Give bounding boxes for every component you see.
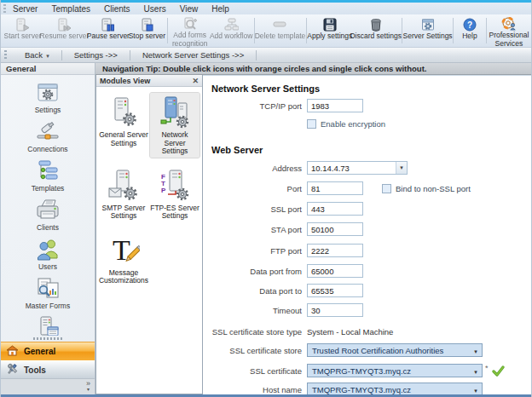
module-label: SMTP Server Settings: [99, 204, 148, 221]
resume-server-label: Resume server: [40, 32, 90, 41]
sidebar-group-label: General: [24, 347, 55, 356]
navigation-tip-text: Navigation Tip: Double click icons with …: [102, 64, 426, 73]
breadcrumb-separator: [256, 50, 257, 60]
enable-encryption-label: Enable encryption: [321, 119, 385, 129]
sidebar-item-templates[interactable]: Templates: [9, 159, 86, 193]
ssl-certificate-store-dropdown-arrow-icon[interactable]: [470, 346, 482, 355]
menu-clients[interactable]: Clients: [104, 4, 130, 14]
sidebar-splitter[interactable]: [1, 336, 95, 342]
apply-settings-icon: [323, 17, 337, 32]
sidebar-item-clients[interactable]: Clients: [9, 198, 86, 232]
svg-text:T: T: [113, 234, 130, 266]
timeout-input[interactable]: 30: [307, 303, 363, 317]
add-workflow-button[interactable]: Add workflow: [211, 15, 252, 46]
data-port-from-label: Data port from: [206, 267, 302, 276]
toolbar-separator: [453, 18, 454, 43]
master-forms-icon: [35, 277, 61, 300]
module-label: Network Server Settings: [150, 131, 200, 156]
sidebar-item-master-forms[interactable]: Master Forms: [9, 277, 86, 310]
menu-view[interactable]: View: [180, 4, 199, 14]
discard-settings-icon: [369, 17, 383, 32]
pause-server-button[interactable]: Pause server: [88, 15, 129, 46]
server-settings-button[interactable]: Server Settings: [404, 15, 451, 46]
data-port-from-input[interactable]: 65000: [307, 264, 363, 278]
menubar-grip[interactable]: [3, 4, 6, 13]
help-button[interactable]: ? Help: [455, 15, 484, 46]
menu-templates[interactable]: Templates: [51, 4, 90, 14]
sidebar-collapse-chevron-icon[interactable]: [86, 381, 90, 393]
ftp-port-input[interactable]: 2222: [307, 244, 363, 257]
breadcrumb-settings[interactable]: Settings ->>: [62, 50, 130, 60]
stop-server-button[interactable]: Stop server: [129, 15, 165, 46]
enable-encryption-checkbox[interactable]: [307, 119, 316, 129]
smtp-server-settings-icon: [107, 168, 140, 202]
add-forms-recognition-button[interactable]: Add forms recognition: [170, 15, 211, 46]
back-label: Back: [25, 50, 43, 60]
tools-icon: [6, 363, 19, 377]
sidebar-item-label: Clients: [37, 223, 59, 232]
toolbar-separator: [167, 18, 168, 43]
module-network-server-settings[interactable]: Network Server Settings: [150, 93, 200, 158]
pause-server-icon: [101, 17, 115, 32]
sidebar-header: General: [1, 63, 95, 75]
sidebar-item-settings[interactable]: Settings: [9, 81, 86, 114]
delete-template-icon: [272, 17, 287, 32]
ssl-certificate-dropdown[interactable]: TMQPRG-TMYQT3.myq.cz: [307, 364, 483, 377]
menu-help[interactable]: Help: [211, 4, 229, 14]
toolbar: Start server Resume server Pause server …: [1, 14, 531, 48]
add-workflow-icon: [223, 17, 239, 32]
menu-users[interactable]: Users: [144, 4, 166, 14]
delete-template-button[interactable]: Delete template: [256, 15, 304, 46]
ssl-certificate-dropdown-arrow-icon[interactable]: [470, 366, 482, 376]
sidebar-group-tools[interactable]: Tools: [1, 360, 95, 379]
add-forms-recognition-icon: [182, 17, 198, 31]
sidebar-item-label: Users: [38, 262, 57, 271]
back-button[interactable]: Back: [13, 50, 61, 60]
tcp-ip-port-input[interactable]: 1983: [307, 99, 363, 112]
sidebar-item-log[interactable]: Log: [9, 316, 86, 336]
data-port-to-input[interactable]: 65535: [307, 284, 363, 297]
users-icon: [36, 238, 60, 261]
sidebar-item-connections[interactable]: Connections: [9, 120, 86, 153]
ssl-certificate-store-label: SSL certificate store: [206, 346, 302, 355]
start-server-button[interactable]: Start server: [4, 15, 41, 46]
bind-to-non-ssl-port-checkbox[interactable]: [382, 184, 391, 193]
close-icon[interactable]: [192, 77, 199, 85]
breadcrumb-grip[interactable]: [4, 50, 7, 60]
sidebar-group-general[interactable]: General: [1, 342, 95, 360]
professional-services-button[interactable]: Professional Services: [489, 15, 529, 46]
module-message-customizations[interactable]: T Message Customizations: [99, 231, 148, 287]
apply-settings-button[interactable]: Apply settings: [308, 15, 351, 46]
sidebar-item-label: Templates: [32, 184, 65, 193]
clients-icon: [34, 198, 61, 222]
connections-icon: [35, 120, 61, 143]
address-label: Address: [206, 164, 302, 173]
ssl-certificate-store-dropdown[interactable]: Trusted Root Certification Authorities: [307, 343, 483, 357]
help-icon: ?: [463, 17, 477, 32]
breadcrumb-network-server-settings[interactable]: Network Server Settings ->>: [130, 50, 256, 60]
svg-text:P: P: [161, 187, 166, 194]
module-general-server-settings[interactable]: General Server Settings: [99, 93, 148, 158]
sidebar: General Settings Connections: [1, 63, 95, 394]
address-combobox[interactable]: 10.14.4.73: [307, 161, 408, 175]
sidebar-item-label: Settings: [35, 106, 61, 114]
address-dropdown-arrow-icon[interactable]: [396, 162, 407, 174]
module-ftp-es-server-settings[interactable]: FTP FTP-ES Server Settings: [150, 166, 200, 222]
sidebar-item-label: Connections: [27, 145, 67, 153]
web-server-heading: Web Server: [211, 145, 263, 155]
host-name-dropdown-arrow-icon[interactable]: [470, 385, 482, 394]
back-dropdown-icon[interactable]: [46, 50, 49, 60]
address-value: 10.14.4.73: [308, 164, 396, 173]
ssl-port-input[interactable]: 443: [307, 202, 363, 216]
resume-server-button[interactable]: Resume server: [41, 15, 88, 46]
ssl-port-label: SSL port: [206, 204, 302, 214]
discard-settings-button[interactable]: Discard settings: [351, 15, 400, 46]
menu-server[interactable]: Server: [13, 4, 38, 14]
module-smtp-server-settings[interactable]: SMTP Server Settings: [99, 166, 148, 222]
professional-services-icon: [501, 17, 517, 31]
sidebar-item-users[interactable]: Users: [9, 238, 86, 271]
sta-port-input[interactable]: 50100: [307, 222, 363, 236]
port-input[interactable]: 81: [307, 181, 363, 195]
help-label: Help: [462, 32, 477, 41]
data-port-to-label: Data port to: [206, 286, 302, 296]
